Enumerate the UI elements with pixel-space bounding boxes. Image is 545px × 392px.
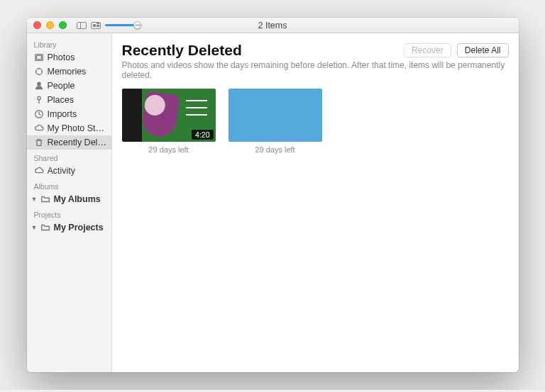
sidebar-item-label: Activity <box>48 166 76 176</box>
folder-icon <box>40 223 50 233</box>
delete-all-button[interactable]: Delete All <box>457 43 509 57</box>
sidebar-header-shared: Shared <box>27 150 111 164</box>
imports-icon <box>34 109 44 119</box>
days-left-label: 29 days left <box>229 145 322 154</box>
sidebar-item-people[interactable]: People <box>27 79 111 93</box>
media-thumbnail <box>229 89 322 142</box>
media-item[interactable]: 29 days left <box>229 89 322 154</box>
fullscreen-window-button[interactable] <box>59 21 67 29</box>
places-icon <box>34 95 44 105</box>
trash-icon <box>34 138 44 147</box>
sidebar-item-label: My Photo Stre… <box>48 123 107 133</box>
sidebar-item-photo-stream[interactable]: My Photo Stre… <box>27 121 111 135</box>
svg-rect-1 <box>36 55 41 59</box>
disclosure-triangle-icon[interactable]: ▼ <box>31 224 37 231</box>
video-duration-badge: 4:20 <box>192 130 213 140</box>
people-icon <box>34 81 44 91</box>
svg-point-4 <box>37 96 40 99</box>
sidebar-item-memories[interactable]: Memories <box>27 65 111 79</box>
sidebar-item-my-projects[interactable]: ▼ My Projects <box>27 220 111 235</box>
page-title: Recently Deleted <box>122 42 242 59</box>
sidebar-item-photos[interactable]: Photos <box>27 50 111 65</box>
page-subtitle: Photos and videos show the days remainin… <box>122 60 509 80</box>
sidebar-header-library: Library <box>27 36 111 50</box>
folder-icon <box>40 194 50 204</box>
minimize-window-button[interactable] <box>46 21 54 29</box>
thumbnail-view-icon[interactable] <box>91 22 101 29</box>
sidebar-item-activity[interactable]: Activity <box>27 164 111 178</box>
sidebar-item-imports[interactable]: Imports <box>27 107 111 121</box>
days-left-label: 29 days left <box>122 145 216 154</box>
recover-button[interactable]: Recover <box>404 43 451 57</box>
svg-point-3 <box>37 82 40 85</box>
sidebar-item-label: My Projects <box>54 223 104 233</box>
sidebar-item-label: Places <box>48 95 75 105</box>
zoom-slider[interactable] <box>105 24 142 26</box>
sidebar: Library Photos Memories People Places Im… <box>27 33 112 372</box>
media-grid: 4:20 29 days left 29 days left <box>122 89 509 154</box>
traffic-lights <box>27 21 67 29</box>
sidebar-header-projects: Projects <box>27 206 111 220</box>
photos-icon <box>34 52 44 62</box>
disclosure-triangle-icon[interactable]: ▼ <box>31 196 37 203</box>
sidebar-item-label: Memories <box>48 67 87 77</box>
cloud-icon <box>34 166 44 176</box>
sidebar-header-albums: Albums <box>27 178 111 192</box>
sidebar-item-recently-deleted[interactable]: Recently Delet… <box>27 135 111 150</box>
sidebar-item-label: Recently Delet… <box>48 138 107 147</box>
sidebar-item-places[interactable]: Places <box>27 93 111 107</box>
titlebar: 2 Items <box>27 18 519 33</box>
media-thumbnail: 4:20 <box>122 89 216 142</box>
app-window: 2 Items Library Photos Memories People P… <box>27 18 519 372</box>
sidebar-item-label: My Albums <box>54 194 101 204</box>
cloud-icon <box>34 123 44 133</box>
toolbar-controls <box>77 22 142 29</box>
svg-point-2 <box>35 69 42 75</box>
sidebar-item-my-albums[interactable]: ▼ My Albums <box>27 192 111 206</box>
media-item[interactable]: 4:20 29 days left <box>122 89 216 154</box>
sidebar-item-label: Photos <box>48 52 75 62</box>
toggle-sidebar-icon[interactable] <box>77 22 87 29</box>
sidebar-item-label: People <box>48 81 75 91</box>
main-content: Recently Deleted Recover Delete All Phot… <box>112 33 519 372</box>
memories-icon <box>34 67 44 77</box>
close-window-button[interactable] <box>33 21 41 29</box>
sidebar-item-label: Imports <box>48 109 77 119</box>
